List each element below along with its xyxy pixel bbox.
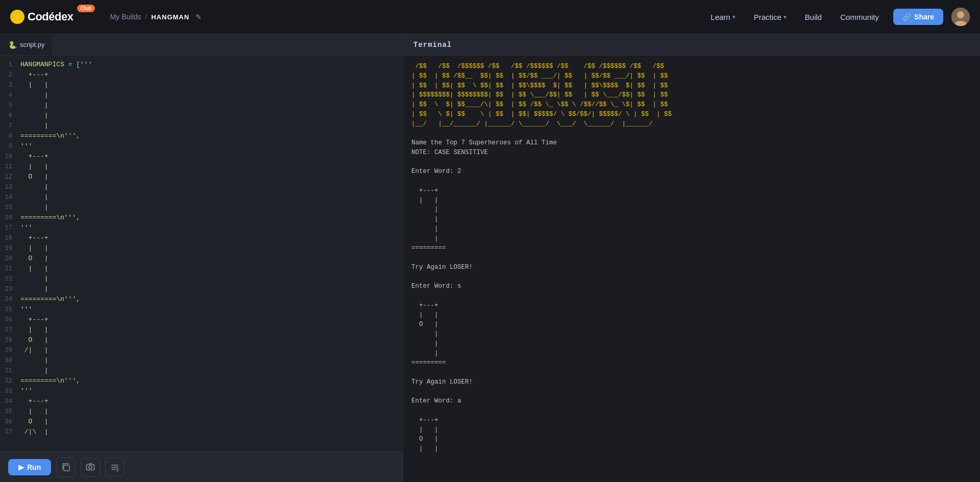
code-line: 37 /|\ | <box>0 427 403 437</box>
line-number: 16 <box>0 213 20 223</box>
line-content: ''' <box>20 141 403 151</box>
line-content: | <box>20 90 403 100</box>
line-number: 14 <box>0 192 20 202</box>
line-number: 21 <box>0 264 20 274</box>
code-line: 25''' <box>0 305 403 315</box>
line-number: 37 <box>0 427 20 437</box>
line-number: 1 <box>0 60 20 70</box>
code-line: 32=========\n''', <box>0 376 403 386</box>
line-number: 4 <box>0 90 20 100</box>
line-number: 28 <box>0 335 20 345</box>
svg-rect-3 <box>64 465 69 471</box>
share-icon: 🔗 <box>902 13 911 21</box>
line-number: 33 <box>0 386 20 396</box>
terminal-title: Terminal <box>413 41 452 49</box>
line-number: 5 <box>0 100 20 111</box>
line-number: 25 <box>0 305 20 315</box>
screenshot-button[interactable] <box>81 458 100 477</box>
line-number: 31 <box>0 366 20 376</box>
code-line: 30 | <box>0 356 403 366</box>
code-line: 26 +---+ <box>0 315 403 325</box>
editor-toolbar: ▶ Run <box>0 451 403 482</box>
line-content: =========\n''', <box>20 213 403 223</box>
line-content: O | <box>20 253 403 264</box>
code-line: 2 +---+ <box>0 70 403 80</box>
code-line: 8=========\n''', <box>0 131 403 141</box>
line-content: | | <box>20 162 403 172</box>
breadcrumb-separator: / <box>145 13 147 21</box>
line-number: 15 <box>0 202 20 213</box>
terminal-output[interactable]: /$$ /$$ /$$$$$$ /$$ /$$ /$$$$$$ /$$ /$$ … <box>403 56 980 482</box>
run-button[interactable]: ▶ Run <box>8 459 51 475</box>
line-content: =========\n''', <box>20 131 403 141</box>
share-button[interactable]: 🔗 Share <box>893 9 943 25</box>
code-line: 35 | | <box>0 407 403 417</box>
avatar[interactable] <box>951 8 970 26</box>
line-number: 34 <box>0 396 20 407</box>
nav-community[interactable]: Community <box>832 9 887 26</box>
line-number: 18 <box>0 233 20 243</box>
code-line: 16=========\n''', <box>0 213 403 223</box>
code-editor[interactable]: 1HANGMANPICS = ['''2 +---+3 | |4 |5 |6 |… <box>0 56 403 451</box>
club-badge: Club <box>77 5 94 12</box>
line-number: 35 <box>0 407 20 417</box>
nav-build[interactable]: Build <box>797 9 830 26</box>
tab-bar: 🐍 script.py <box>0 34 403 56</box>
line-number: 26 <box>0 315 20 325</box>
line-number: 8 <box>0 131 20 141</box>
clear-button[interactable] <box>105 458 125 477</box>
line-number: 32 <box>0 376 20 386</box>
logo-icon: ⚡ <box>10 10 24 24</box>
code-line: 29 /| | <box>0 345 403 356</box>
nav-right: Learn ▾ Practice ▾ Build Community 🔗 Sha… <box>702 8 970 26</box>
code-line: 34 +---+ <box>0 396 403 407</box>
line-content: | <box>20 366 403 376</box>
line-content: ''' <box>20 386 403 396</box>
line-content: =========\n''', <box>20 294 403 305</box>
nav-learn[interactable]: Learn ▾ <box>702 9 743 26</box>
code-line: 31 | <box>0 366 403 376</box>
line-content: | | <box>20 407 403 417</box>
line-number: 29 <box>0 345 20 356</box>
line-number: 11 <box>0 162 20 172</box>
tab-script-py[interactable]: 🐍 script.py <box>0 34 53 55</box>
line-content: +---+ <box>20 70 403 80</box>
chevron-down-icon: ▾ <box>783 14 787 20</box>
code-line: 28 O | <box>0 335 403 345</box>
nav-practice[interactable]: Practice ▾ <box>746 9 795 26</box>
line-number: 17 <box>0 223 20 233</box>
line-content: | <box>20 202 403 213</box>
line-content: | | <box>20 264 403 274</box>
line-number: 27 <box>0 325 20 335</box>
code-line: 27 | | <box>0 325 403 335</box>
line-content: | | <box>20 325 403 335</box>
logo-text: Codédex <box>28 10 73 23</box>
python-icon: 🐍 <box>8 41 17 49</box>
line-content: ''' <box>20 223 403 233</box>
line-content: | <box>20 100 403 111</box>
line-content: O | <box>20 335 403 345</box>
code-line: 9''' <box>0 141 403 151</box>
line-content: | <box>20 356 403 366</box>
code-line: 11 | | <box>0 162 403 172</box>
copy-button[interactable] <box>56 458 76 477</box>
breadcrumb-parent[interactable]: My Builds <box>110 13 141 21</box>
line-content: O | <box>20 417 403 427</box>
line-number: 10 <box>0 151 20 162</box>
line-number: 19 <box>0 243 20 253</box>
line-content: HANGMANPICS = [''' <box>20 60 403 70</box>
code-line: 14 | <box>0 192 403 202</box>
code-line: 10 +---+ <box>0 151 403 162</box>
line-number: 7 <box>0 121 20 131</box>
code-line: 22 | <box>0 274 403 284</box>
edit-icon-button[interactable]: ✎ <box>195 13 202 21</box>
line-content: | <box>20 274 403 284</box>
code-line: 36 O | <box>0 417 403 427</box>
line-content: =========\n''', <box>20 376 403 386</box>
line-content: | | <box>20 243 403 253</box>
code-line: 4 | <box>0 90 403 100</box>
code-line: 33''' <box>0 386 403 396</box>
code-line: 21 | | <box>0 264 403 274</box>
code-line: 5 | <box>0 100 403 111</box>
line-number: 23 <box>0 284 20 294</box>
